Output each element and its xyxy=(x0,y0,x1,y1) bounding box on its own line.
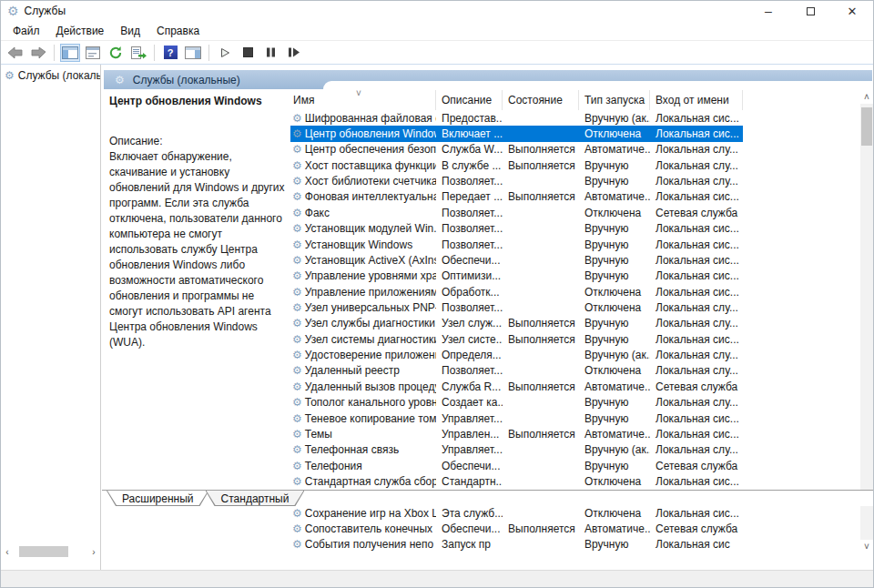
column-header-logon-as[interactable]: Вход от имени xyxy=(650,90,743,110)
table-row[interactable]: ⚙Узел службы диагностикиУзел служ...Выпо… xyxy=(290,316,743,331)
table-row[interactable]: ⚙Шифрованная файловая с...Предостав...Вр… xyxy=(290,110,743,126)
cell-logon-as: Сетевая служба xyxy=(650,460,743,472)
properties-button[interactable] xyxy=(83,44,103,62)
description-body: Включает обнаружение, скачивание и устан… xyxy=(109,150,285,349)
cell-startup-type: Вручную xyxy=(579,333,650,346)
stop-service-button[interactable] xyxy=(238,44,258,62)
table-row[interactable]: ⚙Удаленный реестрПозволяет...ОтключенаЛо… xyxy=(290,363,743,379)
cell-status: Выполняется xyxy=(503,522,579,535)
cell-startup-type: Вручную xyxy=(579,317,650,329)
table-row[interactable]: ⚙Центр обновления WindowsВключает ...Отк… xyxy=(290,126,743,141)
cell-startup-type: Отключена xyxy=(579,301,650,314)
table-row[interactable]: ⚙Фоновая интеллектуальна...Передает ...В… xyxy=(290,189,743,205)
scrollbar-thumb[interactable] xyxy=(861,107,872,146)
table-row[interactable]: ⚙Хост поставщика функции...В службе ...В… xyxy=(290,157,743,173)
cell-logon-as: Локальная сис... xyxy=(650,428,743,441)
column-header-startup-type[interactable]: Тип запуска xyxy=(579,90,650,110)
cell-name: ⚙Факс xyxy=(290,207,436,219)
menu-view[interactable]: Вид xyxy=(112,25,148,37)
cell-startup-type: Вручную xyxy=(579,269,650,282)
scroll-down-icon[interactable]: ˅ xyxy=(860,540,873,553)
table-row[interactable]: ⚙Установщик модулей Win...Позволяет...Вр… xyxy=(290,221,743,237)
cell-logon-as: Локальная сис... xyxy=(650,507,743,520)
cell-startup-type: Автоматиче... xyxy=(579,522,650,535)
table-row[interactable]: ⚙Узел системы диагностикиУзел систе...Вы… xyxy=(290,331,743,347)
console-tree-icon xyxy=(62,46,78,59)
table-row[interactable]: ⚙Удаленный вызов процеду...Служба R...Вы… xyxy=(290,379,743,394)
cell-startup-type: Вручную xyxy=(579,538,650,551)
menu-file[interactable]: Файл xyxy=(5,25,48,37)
table-row[interactable]: ⚙Установщик ActiveX (AxIns...Обеспечи...… xyxy=(290,252,743,268)
column-header-status[interactable]: Состояние xyxy=(503,90,579,110)
sidebar-horizontal-scrollbar[interactable]: ‹ › xyxy=(1,544,100,559)
table-row[interactable]: ⚙Центр обеспечения безоп...Служба W...Вы… xyxy=(290,142,743,157)
cell-startup-type: Отключена xyxy=(579,364,650,377)
cell-logon-as: Локальная слу... xyxy=(650,317,743,329)
table-row[interactable]: ⚙Телефонная связьУправляет...Вручную (ак… xyxy=(290,442,743,458)
forward-button[interactable] xyxy=(28,44,48,62)
cell-description: Обеспечи... xyxy=(436,460,503,472)
table-row[interactable]: ⚙ТелефонияОбеспечи...ВручнуюСетевая служ… xyxy=(290,458,743,473)
show-console-tree-button[interactable] xyxy=(60,44,80,62)
toolbar-separator xyxy=(208,45,209,61)
service-gear-icon: ⚙ xyxy=(292,223,302,234)
menu-action[interactable]: Действие xyxy=(48,25,113,37)
cell-logon-as: Локальная слу... xyxy=(650,364,743,377)
back-button[interactable] xyxy=(5,44,25,62)
table-row[interactable]: ⚙ТемыУправлен...ВыполняетсяАвтоматиче...… xyxy=(290,426,743,441)
stop-icon xyxy=(243,47,253,57)
service-gear-icon: ⚙ xyxy=(292,508,302,519)
minimize-button[interactable]: – xyxy=(747,1,789,21)
tab-standard[interactable]: Стандартный xyxy=(206,491,305,506)
table-row[interactable]: ⚙Хост библиотеки счетчика...Позволяет...… xyxy=(290,173,743,188)
table-row[interactable]: ⚙События получения непоЗапуск прВручнуюЛ… xyxy=(290,537,743,553)
table-row[interactable]: ⚙Управление уровнями хра...Оптимизи...Вр… xyxy=(290,269,743,284)
export-list-button[interactable] xyxy=(128,44,148,62)
cell-logon-as: Локальная слу... xyxy=(650,301,743,314)
table-row[interactable]: ⚙Теневое копирование томаУправляет...Вру… xyxy=(290,411,743,426)
cell-logon-as: Локальная сис... xyxy=(650,269,743,282)
show-action-pane-button[interactable] xyxy=(183,44,203,62)
cell-description: Позволяет... xyxy=(436,364,503,377)
column-header-description[interactable]: Описание xyxy=(436,90,503,110)
table-row[interactable]: ⚙Установщик WindowsПозволяет...ВручнуюЛо… xyxy=(290,237,743,252)
cell-logon-as: Сетевая служба xyxy=(650,522,743,535)
cell-name: ⚙Установщик модулей Win... xyxy=(290,222,436,235)
cell-name: ⚙Теневое копирование тома xyxy=(290,412,436,425)
scrollbar-thumb[interactable] xyxy=(19,546,68,557)
scroll-up-icon[interactable]: ˄ xyxy=(860,90,873,104)
table-row[interactable]: ⚙ФаксПозволяет...ОтключенаСетевая служба xyxy=(290,205,743,220)
table-row[interactable]: ⚙Узел универсальных PNP-...Позволяет...О… xyxy=(290,299,743,315)
refresh-button[interactable] xyxy=(106,44,126,62)
close-button[interactable]: ✕ xyxy=(831,1,873,21)
service-gear-icon: ⚙ xyxy=(292,429,302,440)
scroll-right-icon[interactable]: › xyxy=(87,545,100,558)
cell-description: Передает ... xyxy=(436,190,503,203)
list-vertical-scrollbar[interactable]: ˄ ˅ xyxy=(860,90,873,553)
table-row[interactable]: ⚙Стандартная служба сбор...Стандартн...О… xyxy=(290,473,743,489)
table-row[interactable]: ⚙Сохранение игр на Xbox Li...Эта служб..… xyxy=(290,505,743,521)
column-header-name[interactable]: Имя xyxy=(290,90,436,110)
help-button[interactable]: ? xyxy=(160,44,180,62)
table-row[interactable]: ⚙Управление приложениямиОбработк...Отклю… xyxy=(290,284,743,299)
start-service-button[interactable] xyxy=(215,44,235,62)
cell-startup-type: Вручную xyxy=(579,238,650,251)
scroll-left-icon[interactable]: ‹ xyxy=(1,545,14,558)
cell-description: Узел служ... xyxy=(436,317,503,329)
cell-description: Создает ка... xyxy=(436,396,503,409)
cell-status: Выполняется xyxy=(503,159,579,172)
cell-description: Включает ... xyxy=(436,127,503,140)
table-row[interactable]: ⚙Сопоставитель конечных ...Обеспечи...Вы… xyxy=(290,521,743,536)
menu-help[interactable]: Справка xyxy=(148,25,208,37)
restart-service-button[interactable] xyxy=(283,44,303,62)
cell-startup-type: Вручную xyxy=(579,460,650,472)
sidebar-item-services-local[interactable]: ⚙ Службы (локальные) xyxy=(1,65,100,86)
table-row[interactable]: ⚙Удостоверение приложенияОпределя...Вруч… xyxy=(290,347,743,362)
tab-extended[interactable]: Расширенный xyxy=(107,491,209,506)
cell-status: Выполняется xyxy=(503,428,579,441)
pause-service-button[interactable] xyxy=(260,44,280,62)
maximize-button[interactable] xyxy=(789,1,831,21)
table-row[interactable]: ⚙Тополог канального уровняСоздает ка...В… xyxy=(290,394,743,410)
service-gear-icon: ⚙ xyxy=(292,365,302,376)
cell-logon-as: Локальная слу... xyxy=(650,349,743,361)
